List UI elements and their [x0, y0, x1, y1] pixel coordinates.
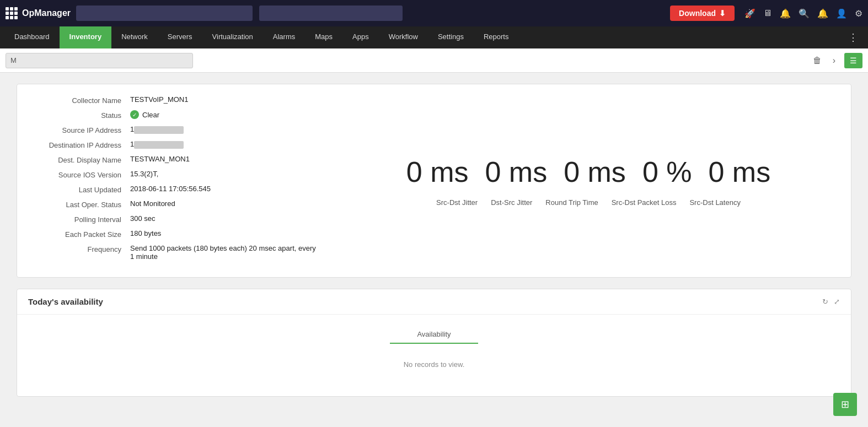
source-ios-row: Source IOS Version 15.3(2)T, — [34, 170, 320, 179]
delete-button[interactable]: 🗑 — [811, 53, 824, 68]
main-content: Collector Name TESTVoIP_MON1 Status Clea… — [0, 73, 868, 419]
metric-label-0: Src-Dst Jitter — [436, 198, 478, 207]
dest-ip-value: 1 — [130, 140, 320, 149]
nav-alarms[interactable]: Alarms — [263, 26, 305, 48]
sidebar-toggle-button[interactable]: ☰ — [844, 53, 862, 68]
page-header: 🗑 › ☰ — [0, 48, 868, 73]
nav-settings[interactable]: Settings — [428, 26, 474, 48]
collector-name-value: TESTVoIP_MON1 — [130, 95, 320, 104]
search-input-secondary[interactable] — [259, 6, 403, 21]
frequency-label: Frequency — [34, 244, 130, 253]
dest-display-row: Dest. Display Name TESTWAN_MON1 — [34, 155, 320, 164]
availability-card: Today's availability ↻ ⤢ Availability No… — [17, 289, 851, 397]
app-name: OpManager — [22, 8, 71, 18]
breadcrumb-input[interactable] — [6, 53, 193, 68]
metric-label-1: Dst-Src Jitter — [491, 198, 532, 207]
polling-label: Polling Interval — [34, 214, 130, 224]
details-card: Collector Name TESTVoIP_MON1 Status Clea… — [17, 84, 851, 278]
app-logo: OpManager — [6, 7, 72, 19]
last-updated-label: Last Updated — [34, 185, 130, 194]
status-row: Status Clear — [34, 110, 320, 120]
dest-ip-row: Destination IP Address 1 — [34, 140, 320, 149]
rocket-icon[interactable]: 🚀 — [744, 8, 756, 19]
metric-val-3: 0 % — [642, 155, 692, 188]
dest-display-value: TESTWAN_MON1 — [130, 155, 320, 163]
availability-header: Today's availability ↻ ⤢ — [17, 289, 851, 315]
metric-val-1: 0 ms — [485, 155, 548, 188]
nav-servers[interactable]: Servers — [158, 26, 202, 48]
status-value: Clear — [130, 110, 320, 119]
metric-val-2: 0 ms — [564, 155, 626, 188]
last-updated-row: Last Updated 2018-06-11 17:05:56.545 — [34, 185, 320, 194]
collector-name-row: Collector Name TESTVoIP_MON1 — [34, 95, 320, 105]
source-ios-value: 15.3(2)T, — [130, 170, 320, 178]
search-icon[interactable]: 🔍 — [799, 8, 810, 19]
user-icon[interactable]: 👤 — [836, 8, 847, 19]
frequency-value: Send 1000 packets (180 bytes each) 20 ms… — [130, 244, 320, 261]
refresh-icon[interactable]: ↻ — [822, 298, 828, 306]
download-label: Download — [679, 9, 716, 18]
frequency-row: Frequency Send 1000 packets (180 bytes e… — [34, 244, 320, 261]
source-ios-label: Source IOS Version — [34, 170, 130, 179]
polling-value: 300 sec — [130, 214, 320, 223]
metric-val-0: 0 ms — [406, 155, 469, 188]
polling-row: Polling Interval 300 sec — [34, 214, 320, 224]
source-ip-redacted — [134, 126, 184, 134]
metric-label-3: Src-Dst Packet Loss — [612, 198, 677, 207]
nav-virtualization[interactable]: Virtualization — [202, 26, 263, 48]
packet-size-row: Each Packet Size 180 bytes — [34, 229, 320, 239]
availability-col-header: Availability — [390, 326, 478, 344]
gear-icon[interactable]: ⚙ — [855, 8, 862, 19]
last-updated-value: 2018-06-11 17:05:56.545 — [130, 185, 320, 193]
nav-reports[interactable]: Reports — [474, 26, 519, 48]
nav-dashboard[interactable]: Dashboard — [4, 26, 60, 48]
dest-display-label: Dest. Display Name — [34, 155, 130, 164]
top-bar-icons: 🚀 🖥 🔔 🔍 🔔 👤 ⚙ — [744, 8, 862, 19]
availability-header-icons: ↻ ⤢ — [822, 298, 840, 306]
no-records-text: No records to view. — [28, 344, 840, 385]
source-ip-prefix: 1 — [130, 125, 134, 133]
metrics-section: 0 ms 0 ms 0 ms 0 % 0 ms Src-Dst Jitter D… — [320, 95, 834, 266]
grid-icon — [6, 7, 18, 19]
nav-network[interactable]: Network — [111, 26, 158, 48]
status-label: Status — [34, 110, 130, 120]
status-text: Clear — [142, 111, 159, 119]
notification-icon[interactable]: 🔔 — [817, 8, 828, 19]
monitor-icon[interactable]: 🖥 — [763, 8, 772, 18]
metric-label-2: Round Trip Time — [545, 198, 598, 207]
source-ip-row: Source IP Address 1 — [34, 125, 320, 134]
packet-size-label: Each Packet Size — [34, 229, 130, 239]
status-dot-green — [130, 110, 139, 119]
nav-more[interactable]: ⋮ — [843, 26, 864, 48]
nav-workflow[interactable]: Workflow — [379, 26, 428, 48]
search-input-main[interactable] — [76, 6, 253, 21]
metric-label-4: Src-Dst Latency — [689, 198, 740, 207]
source-ip-label: Source IP Address — [34, 125, 130, 134]
dest-ip-redacted — [134, 141, 184, 149]
download-icon: ⬇ — [719, 9, 726, 18]
last-oper-label: Last Oper. Status — [34, 199, 130, 209]
bell-outline-icon[interactable]: 🔔 — [780, 8, 791, 19]
availability-title: Today's availability — [28, 297, 822, 306]
collector-name-label: Collector Name — [34, 95, 130, 105]
availability-body: Availability No records to view. — [17, 315, 851, 396]
metrics-values: 0 ms 0 ms 0 ms 0 % 0 ms — [406, 155, 770, 188]
floating-icon: ⊞ — [841, 399, 849, 410]
nav-inventory[interactable]: Inventory — [60, 26, 112, 48]
expand-icon[interactable]: ⤢ — [834, 298, 840, 306]
metrics-labels: Src-Dst Jitter Dst-Src Jitter Round Trip… — [436, 198, 741, 207]
source-ip-value: 1 — [130, 125, 320, 134]
nav-bar: Dashboard Inventory Network Servers Virt… — [0, 26, 868, 48]
page-header-actions: 🗑 › ☰ — [811, 53, 862, 68]
last-oper-row: Last Oper. Status Not Monitored — [34, 199, 320, 209]
download-button[interactable]: Download ⬇ — [670, 6, 735, 21]
floating-action-button[interactable]: ⊞ — [833, 393, 857, 416]
top-bar: OpManager Download ⬇ 🚀 🖥 🔔 🔍 🔔 👤 ⚙ — [0, 0, 868, 26]
nav-maps[interactable]: Maps — [305, 26, 342, 48]
last-oper-value: Not Monitored — [130, 199, 320, 208]
chevron-right-button[interactable]: › — [831, 53, 838, 68]
nav-apps[interactable]: Apps — [342, 26, 379, 48]
dest-ip-label: Destination IP Address — [34, 140, 130, 149]
dest-ip-prefix: 1 — [130, 140, 134, 148]
details-left: Collector Name TESTVoIP_MON1 Status Clea… — [34, 95, 320, 266]
